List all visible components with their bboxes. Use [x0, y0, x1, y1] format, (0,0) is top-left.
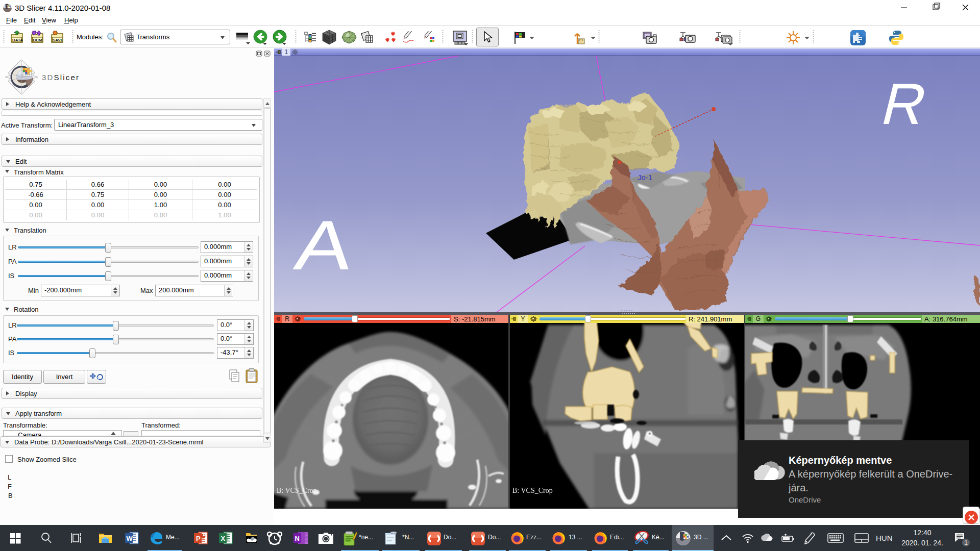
svg-text:A: A [290, 206, 358, 284]
svg-text:3DSlicer: 3DSlicer [42, 73, 80, 82]
svg-text:N: N [295, 535, 300, 542]
svg-text:B: VCS_Crop: B: VCS_Crop [277, 487, 317, 494]
svg-text:SAVE: SAVE [53, 38, 64, 42]
svg-text:Jo-1: Jo-1 [638, 173, 652, 182]
svg-text:B: VCS_Crop: B: VCS_Crop [512, 487, 553, 494]
svg-text:P: P [196, 535, 201, 542]
svg-text:X: X [221, 535, 226, 542]
svg-text:DATA: DATA [12, 38, 23, 42]
svg-text:W: W [127, 535, 133, 542]
svg-text:DCM: DCM [33, 38, 43, 42]
